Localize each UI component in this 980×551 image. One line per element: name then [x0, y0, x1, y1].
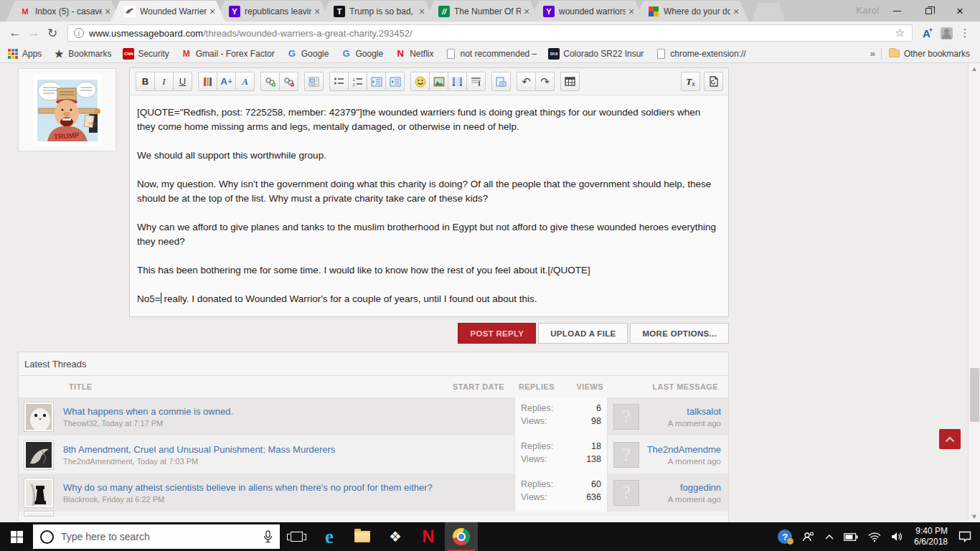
thread-avatar-eagle[interactable]	[24, 441, 53, 469]
insert-link-button[interactable]	[260, 72, 280, 91]
redo-button[interactable]: ↷	[535, 72, 555, 91]
font-family-button[interactable]: A	[235, 72, 255, 91]
other-bookmarks-folder[interactable]: Other bookmarks	[889, 48, 970, 60]
bookmark-security[interactable]: CNN Security	[123, 48, 169, 60]
indent-button[interactable]	[385, 72, 405, 91]
ordered-list-button[interactable]: 12	[348, 72, 367, 91]
remove-formatting-button[interactable]: Tx	[681, 72, 700, 91]
upload-file-button[interactable]: UPLOAD A FILE	[538, 323, 628, 344]
chrome-menu-icon[interactable]: ⋮	[956, 24, 974, 42]
netflix-button[interactable]: N	[412, 522, 445, 551]
underline-button[interactable]: U	[173, 72, 192, 91]
tab-close-icon[interactable]: ×	[730, 6, 742, 17]
tab-close-icon[interactable]: ×	[626, 6, 637, 17]
thread-avatar-owl[interactable]	[24, 402, 53, 431]
scroll-up-icon[interactable]: ▲	[971, 65, 978, 72]
bookmark-apps[interactable]: Apps	[7, 48, 42, 60]
question-avatar[interactable]: ?	[613, 442, 639, 468]
toggle-bbcode-button[interactable]	[704, 72, 723, 91]
bookmark-colorado-sr22[interactable]: DUI Colorado SR22 Insur	[548, 48, 644, 60]
bookmark-google-1[interactable]: G Google	[286, 48, 329, 60]
insert-video-button[interactable]	[448, 72, 467, 91]
address-bar[interactable]: i www.usmessageboard.com/threads/wounded…	[67, 24, 913, 42]
bookmark-google-2[interactable]: G Google	[340, 48, 383, 60]
new-tab-button[interactable]	[752, 3, 785, 22]
bookmark-netflix[interactable]: N Netflix	[395, 48, 433, 60]
tab-where-do-your[interactable]: Where do your do ×	[634, 1, 749, 22]
italic-button[interactable]: I	[154, 72, 174, 91]
hidden-icons-button[interactable]	[820, 522, 839, 551]
people-button[interactable]	[797, 522, 820, 551]
tab-close-icon[interactable]: ×	[311, 6, 323, 17]
profile-name[interactable]: Karol	[856, 5, 880, 16]
drafts-button[interactable]	[491, 72, 511, 91]
tab-close-icon[interactable]: ×	[207, 6, 218, 17]
bookmark-chrome-extension[interactable]: chrome-extension://	[655, 48, 745, 60]
back-button[interactable]: ←	[6, 24, 24, 42]
tab-close-icon[interactable]: ×	[416, 6, 428, 17]
last-poster-link[interactable]: The2ndAmendme	[639, 444, 721, 455]
back-to-top-button[interactable]	[939, 429, 961, 449]
volume-button[interactable]	[886, 522, 908, 551]
chrome-button-active[interactable]	[445, 522, 478, 551]
insert-table-button[interactable]	[560, 72, 580, 91]
tab-wounded-warriers-active[interactable]: Wounded Warriers ×	[110, 1, 225, 22]
smilies-button[interactable]	[410, 72, 430, 91]
font-size-extension-icon[interactable]: A+	[918, 24, 937, 42]
battery-button[interactable]	[839, 522, 863, 551]
wifi-button[interactable]	[863, 522, 886, 551]
task-view-button[interactable]	[280, 522, 313, 551]
scrollbar-thumb[interactable]	[970, 368, 979, 422]
page-scrollbar[interactable]: ▲ ▼	[968, 63, 980, 522]
tab-republicans-leaving[interactable]: Y republicans leaving ×	[215, 1, 330, 22]
last-poster-link[interactable]: talksalot	[639, 406, 721, 417]
file-explorer-button[interactable]	[346, 522, 379, 551]
tab-close-icon[interactable]: ×	[521, 6, 532, 17]
undo-button[interactable]: ↶	[517, 72, 536, 91]
bold-button[interactable]: B	[136, 72, 155, 91]
outdent-button[interactable]	[367, 72, 386, 91]
bookmark-bookmarks[interactable]: ★ Bookmarks	[53, 48, 111, 60]
question-avatar[interactable]: ?	[613, 404, 639, 430]
column-start-date[interactable]: START DATE	[453, 382, 514, 391]
help-tray-button[interactable]: ?	[773, 522, 797, 551]
editor-textarea[interactable]: [QUOTE="Redfish, post: 7225258, member: …	[130, 95, 728, 306]
edge-button[interactable]: e	[313, 522, 346, 551]
start-button[interactable]	[0, 522, 33, 551]
bookmarks-overflow-icon[interactable]: »	[864, 48, 881, 59]
taskbar-clock[interactable]: 9:40 PM 6/6/2018	[908, 526, 953, 547]
forward-button[interactable]: →	[24, 24, 43, 42]
column-title[interactable]: TITLE	[69, 382, 93, 391]
more-options-button[interactable]: MORE OPTIONS...	[630, 323, 729, 344]
insert-quote-button[interactable]	[466, 72, 486, 91]
column-replies[interactable]: REPLIES	[519, 382, 555, 391]
font-size-button[interactable]: A+	[217, 72, 236, 91]
text-color-button[interactable]	[198, 72, 217, 91]
bookmark-gmail[interactable]: M Gmail - Forex Factor	[181, 48, 275, 60]
column-views[interactable]: VIEWS	[577, 382, 603, 391]
insert-image-button[interactable]	[429, 72, 448, 91]
tab-trump-is-so-bad[interactable]: T Trump is so bad, H ×	[320, 1, 435, 22]
column-last-message[interactable]: LAST MESSAGE	[608, 382, 728, 391]
post-reply-button[interactable]: POST REPLY	[458, 323, 536, 344]
action-center-button[interactable]	[953, 522, 980, 551]
close-button[interactable]: ×	[944, 0, 976, 22]
insert-media-button[interactable]	[304, 72, 324, 91]
question-avatar[interactable]: ?	[613, 480, 639, 506]
bookmark-star-icon[interactable]: ☆	[892, 27, 908, 39]
taskbar-search[interactable]: Type here to search	[33, 524, 280, 549]
user-avatar-cartoon[interactable]: TRUMP LIES	[18, 68, 116, 151]
thread-title-link[interactable]: What happens when a commie is owned.	[63, 406, 233, 417]
reload-button[interactable]: ↻	[43, 24, 62, 42]
person-extension-icon[interactable]	[937, 24, 956, 42]
tab-wounded-warriors-search[interactable]: Y wounded warriors ×	[529, 1, 644, 22]
minimize-button[interactable]	[881, 0, 913, 22]
thread-avatar-rook[interactable]	[24, 479, 53, 507]
dropbox-button[interactable]: ❖	[379, 522, 412, 551]
thread-title-link[interactable]: Why do so many atheist scientists believ…	[63, 482, 433, 493]
tab-close-icon[interactable]: ×	[102, 6, 113, 17]
microphone-icon[interactable]	[263, 530, 273, 543]
tab-the-number-of[interactable]: // The Number Of Re ×	[425, 1, 540, 22]
bookmark-not-recommended[interactable]: not recommended –	[446, 48, 537, 60]
scroll-down-icon[interactable]: ▼	[971, 513, 978, 520]
